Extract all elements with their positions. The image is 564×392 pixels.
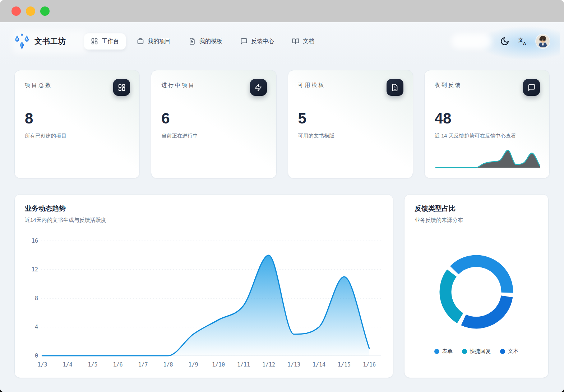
layout-grid-icon — [118, 84, 126, 92]
message-square-icon — [240, 38, 248, 45]
legend-item-form[interactable]: 表单 — [434, 348, 453, 355]
nav-item-workbench[interactable]: 工作台 — [84, 33, 126, 50]
trend-panel: 业务动态趋势 近14天内的文书生成与反馈活跃度 04812161/31/41/5… — [14, 194, 393, 378]
legend-item-text[interactable]: 文本 — [500, 348, 518, 355]
svg-text:1/4: 1/4 — [63, 361, 72, 368]
zoom-window-button[interactable] — [40, 6, 50, 16]
app-window: 文书工坊 工作台 我的项目 — [0, 0, 564, 392]
nav-label: 我的模板 — [199, 38, 222, 45]
legend-dot — [462, 349, 467, 354]
area-chart: 04812161/31/41/51/61/71/81/91/101/111/12… — [25, 237, 384, 372]
briefcase-icon — [137, 38, 144, 45]
stat-desc: 近 14 天反馈趋势可在反馈中心查看 — [435, 132, 539, 139]
nav-item-docs[interactable]: 文档 — [285, 33, 321, 50]
stat-value: 48 — [435, 111, 539, 126]
file-text-icon — [189, 38, 196, 45]
stat-value: 6 — [161, 111, 266, 126]
svg-text:1/12: 1/12 — [262, 361, 275, 368]
stat-card-active-projects: 进行中项目 6 当前正在进行中 — [151, 70, 276, 178]
stat-card-total-projects: 项目总数 8 所有已创建的项目 — [14, 70, 140, 178]
language-toggle-button[interactable]: 文 A — [518, 37, 527, 46]
legend-item-quick-reply[interactable]: 快捷回复 — [462, 348, 491, 355]
nav-label: 工作台 — [102, 38, 119, 45]
nav-item-my-projects[interactable]: 我的项目 — [130, 33, 177, 50]
legend-dot — [434, 349, 439, 354]
svg-text:1/11: 1/11 — [237, 361, 250, 368]
svg-text:1/14: 1/14 — [313, 361, 325, 368]
stat-icon-tile — [523, 79, 540, 96]
legend-label: 表单 — [442, 348, 453, 355]
panel-subtitle: 近14天内的文书生成与反馈活跃度 — [25, 217, 383, 224]
stat-value: 5 — [298, 111, 403, 126]
scales-pen-logo-icon — [14, 33, 29, 50]
svg-text:1/15: 1/15 — [338, 361, 351, 368]
zap-icon — [254, 84, 262, 92]
redacted-control[interactable] — [451, 34, 491, 49]
nav-item-feedback-center[interactable]: 反馈中心 — [234, 33, 281, 50]
stat-icon-tile — [113, 79, 130, 96]
stat-desc: 所有已创建的项目 — [25, 132, 129, 139]
svg-text:1/7: 1/7 — [138, 361, 148, 368]
legend-label: 文本 — [508, 348, 518, 355]
donut-legend: 表单 快捷回复 文本 — [415, 348, 538, 355]
header-actions: 文 A — [451, 34, 550, 49]
svg-text:1/5: 1/5 — [88, 361, 97, 368]
svg-text:0: 0 — [35, 353, 38, 359]
svg-text:1/10: 1/10 — [212, 361, 225, 368]
svg-text:1/8: 1/8 — [163, 361, 173, 368]
stat-icon-tile — [387, 79, 403, 96]
svg-text:16: 16 — [32, 238, 38, 244]
layout-grid-icon — [91, 38, 98, 45]
svg-text:4: 4 — [35, 324, 38, 330]
donut-panel: 反馈类型占比 业务反馈的来源分布 表单 快捷回复 — [404, 194, 549, 378]
nav-label: 文档 — [303, 38, 314, 45]
translate-icon: 文 A — [518, 37, 527, 46]
donut-chart — [437, 252, 516, 331]
moon-icon — [500, 37, 509, 46]
nav-label: 反馈中心 — [251, 38, 274, 45]
close-window-button[interactable] — [11, 6, 21, 16]
stat-card-templates: 可用模板 5 可用的文书模版 — [288, 70, 413, 178]
panel-title: 业务动态趋势 — [25, 204, 383, 213]
app-title: 文书工坊 — [34, 36, 66, 46]
legend-label: 快捷回复 — [470, 348, 491, 355]
app-logo-home[interactable]: 文书工坊 — [14, 33, 66, 50]
stat-card-feedback: 收到反馈 48 近 14 天反馈趋势可在反馈中心查看 — [424, 70, 550, 178]
svg-text:A: A — [523, 41, 526, 46]
window-titlebar — [0, 0, 564, 22]
svg-text:12: 12 — [32, 266, 38, 273]
svg-text:1/13: 1/13 — [287, 361, 300, 368]
nav-item-my-templates[interactable]: 我的模板 — [182, 33, 229, 50]
stats-row: 项目总数 8 所有已创建的项目 进行中项目 6 当前 — [14, 70, 550, 178]
sparkline-svg — [435, 146, 541, 169]
stat-icon-tile — [250, 79, 267, 96]
stat-desc: 可用的文书模版 — [298, 132, 403, 139]
panel-title: 反馈类型占比 — [415, 204, 538, 213]
legend-dot — [500, 349, 505, 354]
stat-desc: 当前正在进行中 — [161, 132, 266, 139]
charts-row: 业务动态趋势 近14天内的文书生成与反馈活跃度 04812161/31/41/5… — [14, 194, 550, 378]
svg-text:文: 文 — [518, 37, 523, 43]
theme-toggle-button[interactable] — [500, 37, 509, 46]
file-text-icon — [391, 84, 399, 92]
feedback-sparkline-chart — [435, 146, 541, 169]
stat-value: 8 — [25, 111, 129, 126]
svg-text:1/6: 1/6 — [113, 361, 122, 368]
svg-text:1/3: 1/3 — [37, 361, 47, 368]
page: 文书工坊 工作台 我的项目 — [0, 22, 564, 392]
minimize-window-button[interactable] — [26, 6, 35, 16]
panel-subtitle: 业务反馈的来源分布 — [415, 217, 538, 224]
main-nav: 工作台 我的项目 我的模板 — [84, 33, 321, 50]
nav-label: 我的项目 — [148, 38, 171, 45]
svg-text:8: 8 — [35, 295, 38, 302]
user-avatar[interactable] — [536, 34, 550, 48]
svg-text:1/9: 1/9 — [188, 361, 198, 368]
app-header: 文书工坊 工作台 我的项目 — [14, 22, 550, 60]
message-square-icon — [528, 84, 536, 92]
svg-text:1/16: 1/16 — [363, 361, 376, 368]
avatar-illustration — [536, 34, 550, 48]
book-open-icon — [292, 38, 299, 45]
